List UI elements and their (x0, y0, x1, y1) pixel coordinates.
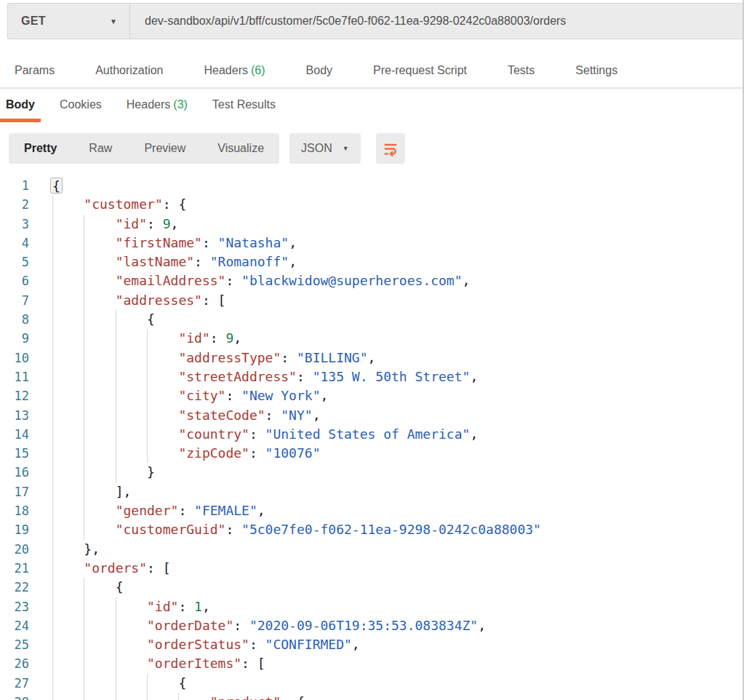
response-tab-body[interactable]: Body (0, 95, 41, 122)
view-mode-visualize[interactable]: Visualize (217, 142, 264, 155)
indent-guide (84, 674, 115, 693)
json-token: , (289, 252, 297, 271)
json-token: "streetAddress" (178, 367, 297, 386)
code-line: 23"id": 1, (0, 597, 743, 616)
indent-guide (84, 444, 115, 463)
indent-guide (147, 444, 178, 463)
json-token: : (265, 406, 281, 425)
code-line-content: { (52, 578, 124, 597)
indent-guide (147, 425, 178, 444)
json-token: { (178, 674, 186, 693)
indent-guide (52, 310, 84, 329)
code-line: 20}, (0, 540, 743, 559)
indent-guide (147, 674, 178, 693)
json-token: { (147, 310, 155, 329)
request-tab-body[interactable]: Body (306, 64, 332, 77)
json-token: "2020-09-06T19:35:53.083834Z" (249, 616, 478, 635)
wrap-text-icon (383, 140, 399, 156)
tab-label: Body (306, 64, 332, 76)
indent-guide (84, 406, 115, 425)
indent-guide (84, 482, 115, 501)
json-token: 9 (163, 215, 171, 234)
tab-label: Test Results (212, 98, 276, 111)
method-dropdown[interactable]: GET ▼ (8, 4, 130, 39)
tab-label: Cookies (60, 98, 102, 111)
request-tab-headers[interactable]: Headers(6) (204, 64, 265, 77)
json-token: "lastName" (116, 252, 194, 271)
indent-guide (52, 252, 84, 271)
indent-guide (84, 252, 115, 271)
json-token: "New York" (241, 386, 320, 405)
indent-guide (52, 693, 84, 700)
request-tab-params[interactable]: Params (15, 64, 55, 77)
json-token: "Natasha" (218, 234, 289, 252)
json-token: "customer" (84, 195, 162, 214)
line-number: 21 (0, 559, 29, 578)
request-tab-settings[interactable]: Settings (575, 64, 617, 77)
indent-guide (84, 367, 115, 386)
indent-guide (116, 693, 147, 700)
url-input[interactable]: dev-sandbox/api/v1/bff/customer/5c0e7fe0… (130, 15, 744, 28)
response-tab-headers[interactable]: Headers(3) (121, 95, 193, 122)
view-mode-pretty[interactable]: Pretty (24, 142, 57, 155)
code-line-content: { (52, 310, 155, 329)
line-number: 2 (0, 195, 29, 214)
indent-guide (84, 425, 115, 444)
indent-guide (52, 520, 84, 539)
indent-guide (52, 654, 84, 673)
json-token: "emailAddress" (116, 271, 226, 290)
line-number: 24 (0, 616, 29, 635)
code-line: 7"addresses": [ (0, 291, 743, 310)
indent-guide (52, 463, 84, 482)
code-line-content: "id": 1, (52, 597, 210, 616)
tab-label: Tests (508, 64, 535, 76)
code-line: 26"orderItems": [ (0, 654, 743, 673)
json-token: } (147, 463, 155, 482)
wrap-text-button[interactable] (376, 133, 405, 164)
indent-guide (116, 463, 147, 482)
json-token: "orderItems" (147, 654, 241, 673)
response-tab-test-results[interactable]: Test Results (207, 95, 281, 122)
indent-guide (84, 520, 115, 539)
code-line-content: "addresses": [ (52, 291, 225, 310)
code-line: 18"gender": "FEMALE", (0, 501, 743, 520)
response-tab-cookies[interactable]: Cookies (54, 95, 108, 122)
indent-guide (116, 406, 147, 425)
request-tab-authorization[interactable]: Authorization (95, 64, 163, 77)
json-token: "customerGuid" (116, 520, 226, 539)
view-mode-raw[interactable]: Raw (89, 142, 112, 155)
format-dropdown[interactable]: JSON ▼ (289, 133, 361, 164)
json-token: : (249, 635, 265, 654)
indent-guide (147, 693, 178, 700)
tab-label: Visualize (217, 142, 264, 154)
response-toolbar: PrettyRawPreviewVisualize JSON ▼ (0, 133, 405, 164)
tab-label: Pre-request Script (373, 64, 467, 76)
indent-guide (52, 329, 84, 348)
response-body-editor[interactable]: 1{2"customer": {3"id": 9,4"firstName": "… (0, 176, 743, 700)
code-line: 6"emailAddress": "blackwidow@superheroes… (0, 271, 743, 290)
indent-guide (84, 693, 115, 700)
indent-guide (84, 386, 115, 405)
indent-guide (178, 693, 209, 700)
request-tab-tests[interactable]: Tests (508, 64, 535, 77)
indent-guide (52, 501, 84, 520)
json-token: : (178, 597, 194, 616)
request-tabs: ParamsAuthorizationHeaders(6)BodyPre-req… (15, 64, 617, 77)
request-tab-pre-request-script[interactable]: Pre-request Script (373, 64, 467, 77)
json-token: , (470, 367, 478, 386)
code-line-content: "orderStatus": "CONFIRMED", (52, 635, 360, 654)
indent-guide (52, 386, 84, 405)
json-token: : (147, 215, 163, 234)
json-token: "blackwidow@superheroes.com" (241, 271, 462, 290)
json-token: "firstName" (116, 234, 202, 252)
json-token: : (281, 349, 297, 367)
code-line-content: "city": "New York", (52, 386, 328, 405)
postman-request-view: GET ▼ dev-sandbox/api/v1/bff/customer/5c… (0, 0, 744, 700)
json-token: "product" (210, 693, 281, 700)
json-token: 9 (225, 329, 233, 348)
indent-guide (52, 616, 84, 635)
format-label: JSON (301, 142, 332, 155)
view-mode-preview[interactable]: Preview (144, 142, 185, 155)
code-line: 10"addressType": "BILLING", (0, 349, 743, 367)
line-number: 6 (0, 271, 29, 290)
